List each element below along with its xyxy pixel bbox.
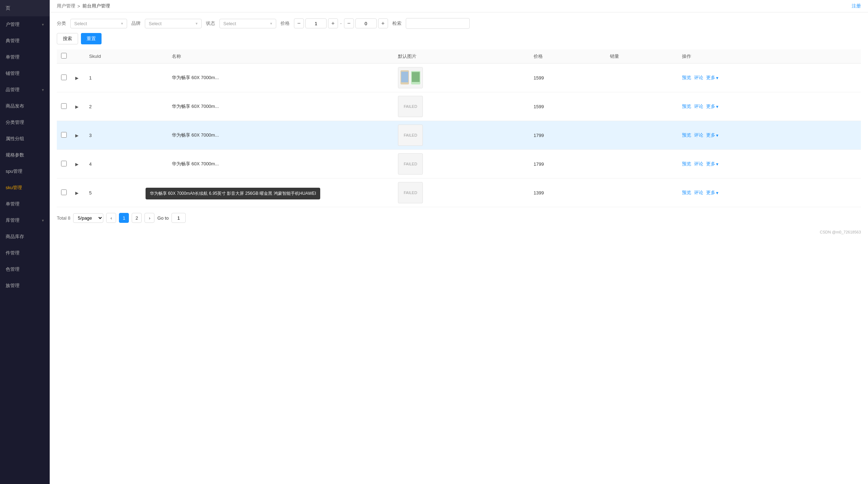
reset-button[interactable]: 重置 [81, 33, 102, 44]
row-4-comment-link[interactable]: 评论 [694, 161, 703, 167]
status-select[interactable]: Select ▾ [219, 19, 276, 28]
price-group: − + - − + [294, 18, 388, 28]
row-2-expand-icon[interactable]: ▶ [75, 104, 78, 109]
row-actions: 预览 评论 更多 ▾ [678, 150, 861, 178]
row-checkbox-cell [57, 92, 71, 121]
sidebar-item-dict-mgmt[interactable]: 典管理 [0, 33, 50, 49]
more-chevron-icon-2: ▾ [716, 104, 719, 109]
row-5-comment-link[interactable]: 评论 [694, 189, 703, 196]
status-label: 状态 [206, 20, 215, 27]
svg-rect-4 [412, 72, 420, 82]
row-3-preview-link[interactable]: 预览 [682, 132, 691, 138]
row-sales [606, 178, 678, 207]
row-4-expand-icon[interactable]: ▶ [75, 162, 78, 167]
price-min-increment-button[interactable]: + [328, 18, 338, 28]
sidebar-item-spu-mgmt[interactable]: spu管理 [0, 163, 50, 180]
main-content: 用户管理 > 前台用户管理 注册 分类 Select ▾ 品牌 Select ▾… [50, 0, 868, 484]
row-expand-cell: ▶ [71, 150, 85, 178]
sidebar-item-attr-group[interactable]: 属性分组 [0, 131, 50, 147]
sidebar-item-product-mgmt[interactable]: 品管理 ▾ [0, 82, 50, 98]
row-expand-cell: ▶ [71, 121, 85, 150]
row-2-comment-link[interactable]: 评论 [694, 103, 703, 110]
row-skuid: 4 [85, 150, 168, 178]
filter-row: 分类 Select ▾ 品牌 Select ▾ 状态 Select ▾ 价格 −… [57, 18, 861, 29]
row-name: 华为畅享 60X 7000m... [168, 150, 394, 178]
price-max-increment-button[interactable]: + [378, 18, 388, 28]
sidebar-item-store-mgmt[interactable]: 铺管理 [0, 65, 50, 82]
row-1-more-link[interactable]: 更多 ▾ [706, 75, 719, 81]
row-2-more-link[interactable]: 更多 ▾ [706, 103, 719, 110]
row-5-actions: 预览 评论 更多 ▾ [682, 189, 857, 196]
price-max-decrement-button[interactable]: − [344, 18, 354, 28]
row-4-more-link[interactable]: 更多 ▾ [706, 161, 719, 167]
row-5-checkbox[interactable] [61, 189, 67, 195]
data-table: SkuId 名称 默认图片 价格 销量 操作 ▶ 1 华为畅享 60X 7000 [57, 49, 861, 207]
brand-select[interactable]: Select ▾ [145, 19, 202, 28]
row-price: 1399 [529, 178, 606, 207]
sidebar-item-order-mgmt[interactable]: 单管理 [0, 49, 50, 65]
col-checkbox [57, 49, 71, 64]
row-4-checkbox[interactable] [61, 161, 67, 166]
row-2-preview-link[interactable]: 预览 [682, 103, 691, 110]
sidebar-item-stock-mgmt[interactable]: 商品库存 [0, 229, 50, 245]
row-2-checkbox[interactable] [61, 103, 67, 109]
row-5-more-link[interactable]: 更多 ▾ [706, 189, 719, 196]
page-1-button[interactable]: 1 [119, 213, 129, 223]
row-1-preview-link[interactable]: 预览 [682, 75, 691, 81]
row-image-cell: FAILED [394, 92, 529, 121]
sidebar-item-part-mgmt[interactable]: 件管理 [0, 245, 50, 261]
category-chevron-icon: ▾ [121, 21, 123, 26]
sidebar-item-user-mgmt[interactable]: 户管理 ▾ [0, 16, 50, 33]
row-skuid: 5 [85, 178, 168, 207]
page-2-button[interactable]: 2 [132, 213, 142, 223]
row-1-comment-link[interactable]: 评论 [694, 75, 703, 81]
sidebar: 页 户管理 ▾ 典管理 单管理 铺管理 品管理 ▾ 商品发布 分类管理 属性分组… [0, 0, 50, 484]
sidebar-item-spec-params[interactable]: 规格参数 [0, 147, 50, 163]
sidebar-item-member-mgmt[interactable]: 族管理 [0, 277, 50, 294]
row-actions: 预览 评论 更多 ▾ [678, 121, 861, 150]
select-all-checkbox[interactable] [61, 53, 67, 59]
row-sales [606, 92, 678, 121]
sidebar-item-home[interactable]: 页 [0, 0, 50, 16]
sidebar-item-bill-mgmt[interactable]: 单管理 [0, 196, 50, 212]
goto-input[interactable] [171, 213, 186, 223]
row-price: 1799 [529, 150, 606, 178]
col-name: 名称 [168, 49, 394, 64]
sidebar-item-role-mgmt[interactable]: 色管理 [0, 261, 50, 277]
chevron-down-icon: ▾ [42, 22, 44, 27]
row-3-image-failed: FAILED [398, 125, 423, 146]
row-2-actions: 预览 评论 更多 ▾ [682, 103, 857, 110]
svg-rect-2 [401, 72, 408, 82]
row-name: 华为畅享 60X 7000m... [168, 64, 394, 92]
row-5-expand-icon[interactable]: ▶ [75, 191, 78, 196]
row-3-more-link[interactable]: 更多 ▾ [706, 132, 719, 138]
row-image-cell: FAILED [394, 150, 529, 178]
sidebar-item-product-publish[interactable]: 商品发布 [0, 98, 50, 114]
row-4-preview-link[interactable]: 预览 [682, 161, 691, 167]
row-name: Redmi Note13Pro 新... [168, 178, 394, 207]
row-3-checkbox[interactable] [61, 132, 67, 138]
next-page-button[interactable]: › [144, 213, 154, 223]
row-actions: 预览 评论 更多 ▾ [678, 92, 861, 121]
prev-page-button[interactable]: ‹ [106, 213, 116, 223]
price-min-input[interactable] [305, 18, 327, 28]
row-expand-cell: ▶ [71, 64, 85, 92]
chevron-up-icon: ▾ [42, 88, 44, 92]
search-button[interactable]: 搜索 [57, 33, 78, 44]
row-3-expand-icon[interactable]: ▶ [75, 133, 78, 138]
register-button[interactable]: 注册 [852, 3, 861, 9]
row-1-checkbox[interactable] [61, 75, 67, 80]
row-3-comment-link[interactable]: 评论 [694, 132, 703, 138]
price-max-input[interactable] [355, 18, 377, 28]
row-1-expand-icon[interactable]: ▶ [75, 76, 78, 81]
search-input[interactable] [406, 18, 470, 29]
price-min-decrement-button[interactable]: − [294, 18, 304, 28]
row-5-preview-link[interactable]: 预览 [682, 189, 691, 196]
sidebar-item-category-mgmt[interactable]: 分类管理 [0, 114, 50, 131]
category-select[interactable]: Select ▾ [70, 19, 127, 28]
more-chevron-icon: ▾ [716, 75, 719, 81]
sidebar-item-warehouse-mgmt[interactable]: 库管理 ▾ [0, 212, 50, 229]
page-size-select[interactable]: 5/page 10/page 20/page [73, 213, 103, 223]
sidebar-item-sku-mgmt[interactable]: sku管理 [0, 180, 50, 196]
row-3-actions: 预览 评论 更多 ▾ [682, 132, 857, 138]
